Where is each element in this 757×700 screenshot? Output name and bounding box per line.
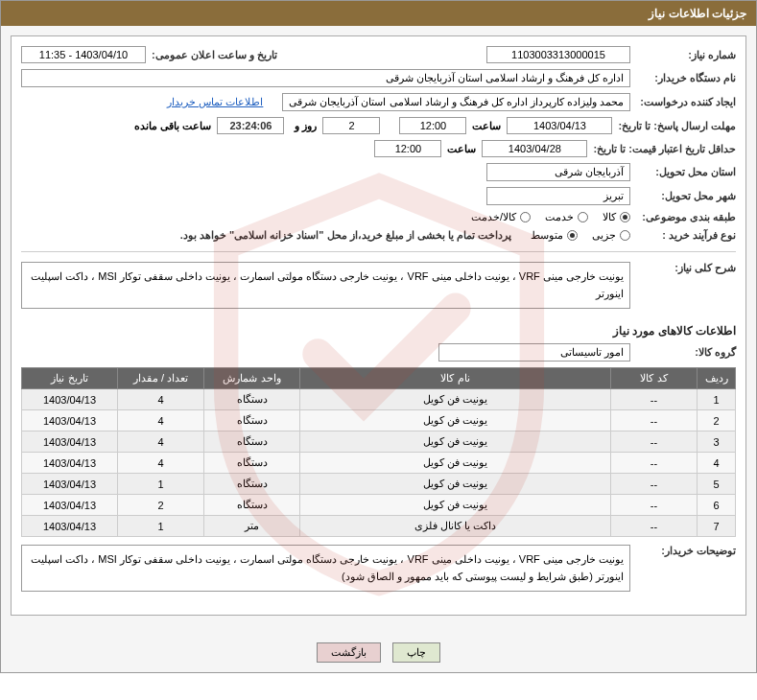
province-label: استان محل تحویل: bbox=[630, 166, 736, 178]
radio-icon bbox=[567, 230, 578, 241]
group-label: گروه کالا: bbox=[630, 346, 736, 359]
city-value: تبریز bbox=[486, 187, 630, 205]
cell-date: 1403/04/13 bbox=[22, 516, 118, 537]
cell-name: یونیت فن کویل bbox=[300, 410, 611, 432]
cell-date: 1403/04/13 bbox=[22, 389, 118, 410]
announce-label: تاریخ و ساعت اعلان عمومی: bbox=[146, 49, 277, 61]
radio-both[interactable]: کالا/خدمت bbox=[471, 211, 531, 223]
radio-small[interactable]: جزیی bbox=[592, 229, 630, 242]
th-code: کد کالا bbox=[611, 368, 698, 389]
print-button[interactable]: چاپ bbox=[392, 642, 440, 663]
radio-icon bbox=[620, 212, 630, 222]
validity-date: 1403/04/28 bbox=[482, 140, 587, 157]
days-value: 2 bbox=[322, 117, 380, 134]
th-qty: تعداد / مقدار bbox=[118, 368, 204, 389]
cell-date: 1403/04/13 bbox=[22, 495, 118, 516]
cell-code: -- bbox=[611, 410, 698, 432]
cell-row: 6 bbox=[698, 495, 736, 516]
payment-note: پرداخت تمام یا بخشی از مبلغ خرید،از محل … bbox=[180, 229, 511, 242]
cell-row: 7 bbox=[698, 516, 736, 537]
table-row: 7--داکت یا کانال فلزیمتر11403/04/13 bbox=[22, 516, 736, 537]
table-row: 4--یونیت فن کویلدستگاه41403/04/13 bbox=[22, 453, 736, 474]
category-radio-group: کالا خدمت کالا/خدمت bbox=[471, 211, 630, 223]
cell-name: یونیت فن کویل bbox=[300, 453, 611, 474]
table-row: 3--یونیت فن کویلدستگاه41403/04/13 bbox=[22, 432, 736, 453]
buyer-notes-text: یونیت خارجی مینی VRF ، یونیت داخلی مینی … bbox=[21, 545, 630, 592]
requester-value: محمد ولیزاده کارپرداز اداره کل فرهنگ و ا… bbox=[282, 93, 630, 111]
validity-label: حداقل تاریخ اعتبار قیمت: تا تاریخ: bbox=[587, 143, 736, 155]
deadline-time: 12:00 bbox=[399, 117, 466, 134]
cell-qty: 4 bbox=[118, 389, 204, 410]
cell-qty: 1 bbox=[118, 474, 204, 495]
main-container: جزئیات اطلاعات نیاز شماره نیاز: 11030033… bbox=[0, 0, 757, 673]
buyer-notes-label: توضیحات خریدار: bbox=[630, 545, 736, 557]
table-row: 5--یونیت فن کویلدستگاه11403/04/13 bbox=[22, 474, 736, 495]
radio-icon bbox=[520, 212, 531, 222]
th-date: تاریخ نیاز bbox=[22, 368, 118, 389]
th-row: ردیف bbox=[698, 368, 736, 389]
cell-date: 1403/04/13 bbox=[22, 432, 118, 453]
category-label: طبقه بندی موضوعی: bbox=[630, 211, 736, 223]
process-radio-group: جزیی متوسط bbox=[531, 229, 630, 242]
radio-medium[interactable]: متوسط bbox=[531, 229, 578, 242]
goods-section-title: اطلاعات کالاهای مورد نیاز bbox=[21, 324, 736, 338]
cell-qty: 4 bbox=[118, 432, 204, 453]
cell-qty: 1 bbox=[118, 516, 204, 537]
cell-name: یونیت فن کویل bbox=[300, 389, 611, 410]
cell-unit: دستگاه bbox=[204, 474, 300, 495]
summary-label: شرح کلی نیاز: bbox=[630, 262, 736, 274]
cell-unit: دستگاه bbox=[204, 410, 300, 432]
cell-code: -- bbox=[611, 474, 698, 495]
cell-code: -- bbox=[611, 432, 698, 453]
radio-service[interactable]: خدمت bbox=[545, 211, 588, 223]
cell-qty: 4 bbox=[118, 453, 204, 474]
cell-row: 4 bbox=[698, 453, 736, 474]
th-unit: واحد شمارش bbox=[204, 368, 300, 389]
cell-date: 1403/04/13 bbox=[22, 453, 118, 474]
cell-unit: متر bbox=[204, 516, 300, 537]
table-row: 2--یونیت فن کویلدستگاه41403/04/13 bbox=[22, 410, 736, 432]
deadline-date: 1403/04/13 bbox=[507, 117, 612, 134]
th-name: نام کالا bbox=[300, 368, 611, 389]
back-button[interactable]: بازگشت bbox=[317, 642, 381, 663]
time-label-2: ساعت bbox=[441, 143, 482, 155]
group-value: امور تاسیساتی bbox=[438, 343, 630, 362]
buyer-org-value: اداره کل فرهنگ و ارشاد اسلامی استان آذرب… bbox=[21, 69, 630, 87]
cell-unit: دستگاه bbox=[204, 453, 300, 474]
remaining-label: ساعت باقی مانده bbox=[129, 120, 217, 132]
province-value: آذربایجان شرقی bbox=[486, 163, 630, 181]
radio-icon bbox=[578, 212, 588, 222]
cell-date: 1403/04/13 bbox=[22, 474, 118, 495]
cell-qty: 4 bbox=[118, 410, 204, 432]
table-row: 1--یونیت فن کویلدستگاه41403/04/13 bbox=[22, 389, 736, 410]
city-label: شهر محل تحویل: bbox=[630, 190, 736, 202]
details-panel: شماره نیاز: 1103003313000015 تاریخ و ساع… bbox=[11, 35, 746, 616]
cell-qty: 2 bbox=[118, 495, 204, 516]
deadline-label: مهلت ارسال پاسخ: تا تاریخ: bbox=[612, 120, 736, 132]
contact-link[interactable]: اطلاعات تماس خریدار bbox=[167, 96, 263, 108]
cell-unit: دستگاه bbox=[204, 389, 300, 410]
validity-time: 12:00 bbox=[374, 140, 441, 157]
need-number-label: شماره نیاز: bbox=[630, 49, 736, 61]
content-area: شماره نیاز: 1103003313000015 تاریخ و ساع… bbox=[1, 26, 756, 633]
buyer-org-label: نام دستگاه خریدار: bbox=[630, 72, 736, 84]
countdown-value: 23:24:06 bbox=[217, 117, 284, 134]
cell-row: 2 bbox=[698, 410, 736, 432]
cell-name: یونیت فن کویل bbox=[300, 495, 611, 516]
cell-row: 5 bbox=[698, 474, 736, 495]
cell-code: -- bbox=[611, 453, 698, 474]
days-label: روز و bbox=[284, 120, 322, 132]
summary-text: یونیت خارجی مینی VRF ، یونیت داخلی مینی … bbox=[21, 262, 630, 309]
time-label-1: ساعت bbox=[466, 120, 507, 132]
cell-code: -- bbox=[611, 495, 698, 516]
radio-goods[interactable]: کالا bbox=[603, 211, 630, 223]
process-label: نوع فرآیند خرید : bbox=[630, 229, 736, 242]
need-number-value: 1103003313000015 bbox=[486, 46, 630, 63]
cell-unit: دستگاه bbox=[204, 432, 300, 453]
button-row: چاپ بازگشت bbox=[1, 633, 756, 672]
cell-name: یونیت فن کویل bbox=[300, 474, 611, 495]
requester-label: ایجاد کننده درخواست: bbox=[630, 96, 736, 108]
radio-icon bbox=[620, 230, 630, 241]
cell-unit: دستگاه bbox=[204, 495, 300, 516]
cell-code: -- bbox=[611, 389, 698, 410]
